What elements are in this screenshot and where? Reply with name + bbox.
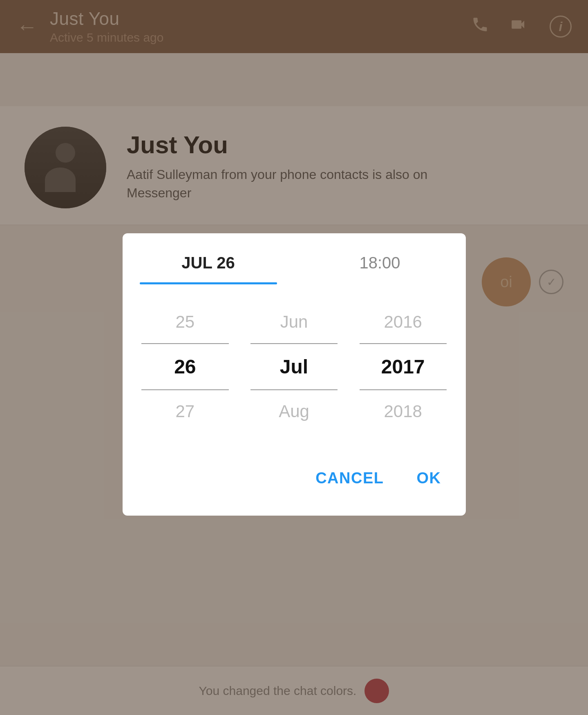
ok-button[interactable]: OK: [413, 461, 445, 495]
tab-time[interactable]: 18:00: [294, 233, 466, 284]
year-2016[interactable]: 2016: [349, 301, 458, 343]
day-27[interactable]: 27: [131, 390, 240, 433]
month-column: Jun Jul Aug: [239, 301, 349, 433]
month-jun[interactable]: Jun: [239, 301, 349, 343]
year-2017-selected[interactable]: 2017: [349, 344, 458, 389]
year-column: 2016 2017 2018: [349, 301, 458, 433]
tab-date[interactable]: JUL 26: [123, 233, 294, 284]
date-picker-dialog: JUL 26 18:00 25 26 27 Jun Jul Aug 2016 2…: [123, 233, 466, 516]
day-26-selected[interactable]: 26: [131, 344, 240, 389]
day-column: 25 26 27: [131, 301, 240, 433]
cancel-button[interactable]: CANCEL: [311, 461, 388, 495]
dialog-buttons: CANCEL OK: [123, 453, 466, 516]
month-jul-selected[interactable]: Jul: [239, 344, 349, 389]
picker-area: 25 26 27 Jun Jul Aug 2016 2017 2018: [123, 284, 466, 453]
dialog-tabs: JUL 26 18:00: [123, 233, 466, 284]
day-25[interactable]: 25: [131, 301, 240, 343]
month-aug[interactable]: Aug: [239, 390, 349, 433]
year-2018[interactable]: 2018: [349, 390, 458, 433]
